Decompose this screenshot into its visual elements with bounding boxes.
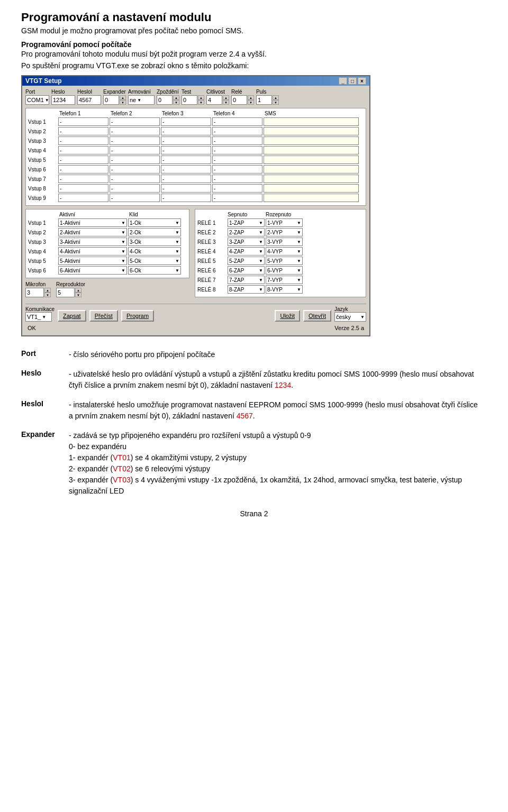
puls-down[interactable]: ▼ — [273, 100, 279, 105]
phone-t4-input[interactable] — [212, 117, 262, 126]
rele-roz-combo[interactable]: 8-VYP ▼ — [266, 285, 303, 294]
rele-up[interactable]: ▲ — [248, 95, 254, 100]
puls-up[interactable]: ▲ — [273, 95, 279, 100]
phone-sms-input[interactable] — [264, 146, 359, 154]
rele-sep-combo[interactable]: 7-ZAP ▼ — [228, 276, 265, 284]
phone-sms-input[interactable] — [264, 194, 359, 202]
status-aktivni-combo[interactable]: 4-Aktivní ▼ — [58, 247, 127, 256]
phone-t2-input[interactable] — [110, 146, 160, 154]
rele-input[interactable] — [231, 95, 247, 105]
phone-t3-input[interactable] — [161, 175, 211, 183]
expander-input[interactable] — [103, 95, 119, 105]
mikrofon-up[interactable]: ▲ — [44, 288, 51, 293]
mikrofon-input[interactable] — [25, 288, 44, 297]
rele-roz-combo[interactable]: 7-VYP ▼ — [266, 276, 303, 284]
komunikace-combo[interactable]: VT1_ ▼ — [25, 312, 52, 322]
heslo-input[interactable] — [51, 95, 75, 105]
minimize-button[interactable]: _ — [339, 77, 347, 85]
rele-roz-combo[interactable]: 2-VYP ▼ — [266, 228, 303, 236]
mikrofon-down[interactable]: ▼ — [44, 293, 51, 297]
reproduktor-up[interactable]: ▲ — [75, 288, 81, 293]
zpozdeni-down[interactable]: ▼ — [173, 100, 179, 105]
port-combo[interactable]: COM1 ▼ — [25, 95, 49, 105]
rele-sep-combo[interactable]: 5-ZAP ▼ — [228, 257, 265, 265]
program-button[interactable]: Program — [121, 310, 154, 322]
phone-t3-input[interactable] — [161, 146, 211, 154]
status-aktivni-combo[interactable]: 3-Aktivní ▼ — [58, 238, 127, 246]
expander-down[interactable]: ▼ — [120, 100, 126, 105]
test-up[interactable]: ▲ — [198, 95, 204, 100]
phone-t3-input[interactable] — [161, 117, 211, 126]
phone-sms-input[interactable] — [264, 136, 359, 145]
rele-roz-combo[interactable]: 5-VYP ▼ — [266, 257, 303, 265]
phone-t2-input[interactable] — [110, 165, 160, 174]
phone-t4-input[interactable] — [212, 165, 262, 174]
rele-sep-combo[interactable]: 8-ZAP ▼ — [228, 285, 265, 294]
phone-sms-input[interactable] — [264, 184, 359, 193]
phone-t2-input[interactable] — [110, 184, 160, 193]
phone-t1-input[interactable] — [58, 136, 108, 145]
status-klid-combo[interactable]: 2-Ok ▼ — [128, 228, 181, 236]
phone-t2-input[interactable] — [110, 156, 160, 164]
rele-sep-combo[interactable]: 3-ZAP ▼ — [228, 238, 265, 246]
phone-t1-input[interactable] — [58, 146, 108, 154]
phone-sms-input[interactable] — [264, 175, 359, 183]
citlivost-down[interactable]: ▼ — [223, 100, 229, 105]
status-aktivni-combo[interactable]: 5-Aktivní ▼ — [58, 257, 127, 265]
phone-t1-input[interactable] — [58, 127, 108, 135]
citlivost-input[interactable] — [206, 95, 222, 105]
rele-roz-combo[interactable]: 1-VYP ▼ — [266, 218, 303, 227]
status-klid-combo[interactable]: 4-Ok ▼ — [128, 247, 181, 256]
phone-t3-input[interactable] — [161, 127, 211, 135]
phone-t4-input[interactable] — [212, 175, 262, 183]
close-button[interactable]: × — [358, 77, 366, 85]
phone-t1-input[interactable] — [58, 175, 108, 183]
otevrit-button[interactable]: Otevřít — [303, 310, 331, 322]
phone-t4-input[interactable] — [212, 184, 262, 193]
test-down[interactable]: ▼ — [198, 100, 204, 105]
ulozit-button[interactable]: Uložit — [275, 310, 300, 322]
rele-sep-combo[interactable]: 2-ZAP ▼ — [228, 228, 265, 236]
phone-t1-input[interactable] — [58, 194, 108, 202]
armovani-combo[interactable]: ne ▼ — [128, 95, 155, 105]
phone-t1-input[interactable] — [58, 165, 108, 174]
reproduktor-input[interactable] — [56, 288, 75, 297]
rele-sep-combo[interactable]: 6-ZAP ▼ — [228, 266, 265, 275]
status-klid-combo[interactable]: 6-Ok ▼ — [128, 266, 181, 275]
rele-sep-combo[interactable]: 1-ZAP ▼ — [228, 218, 265, 227]
phone-t3-input[interactable] — [161, 136, 211, 145]
reproduktor-down[interactable]: ▼ — [75, 293, 81, 297]
status-klid-combo[interactable]: 3-Ok ▼ — [128, 238, 181, 246]
rele-roz-combo[interactable]: 3-VYP ▼ — [266, 238, 303, 246]
phone-t4-input[interactable] — [212, 136, 262, 145]
test-input[interactable] — [182, 95, 197, 105]
phone-t3-input[interactable] — [161, 165, 211, 174]
phone-t1-input[interactable] — [58, 184, 108, 193]
phone-t3-input[interactable] — [161, 156, 211, 164]
zpozdeni-input[interactable] — [157, 95, 173, 105]
phone-sms-input[interactable] — [264, 165, 359, 174]
rele-down[interactable]: ▼ — [248, 100, 254, 105]
phone-t2-input[interactable] — [110, 127, 160, 135]
expander-up[interactable]: ▲ — [120, 95, 126, 100]
phone-t2-input[interactable] — [110, 194, 160, 202]
rele-roz-combo[interactable]: 4-VYP ▼ — [266, 247, 303, 256]
citlivost-up[interactable]: ▲ — [223, 95, 229, 100]
phone-t4-input[interactable] — [212, 194, 262, 202]
status-aktivni-combo[interactable]: 2-Aktivní ▼ — [58, 228, 127, 236]
puls-input[interactable] — [256, 95, 272, 105]
phone-t3-input[interactable] — [161, 184, 211, 193]
rele-roz-combo[interactable]: 6-VYP ▼ — [266, 266, 303, 275]
jazyk-combo[interactable]: česky ▼ — [334, 312, 366, 322]
phone-sms-input[interactable] — [264, 156, 359, 164]
phone-t2-input[interactable] — [110, 117, 160, 126]
phone-t1-input[interactable] — [58, 156, 108, 164]
phone-t3-input[interactable] — [161, 194, 211, 202]
phone-t1-input[interactable] — [58, 117, 108, 126]
status-klid-combo[interactable]: 1-Ok ▼ — [128, 218, 181, 227]
zapsat-button[interactable]: Zapsat — [58, 310, 86, 322]
precist-button[interactable]: Přečíst — [89, 310, 118, 322]
phone-t2-input[interactable] — [110, 136, 160, 145]
phone-t2-input[interactable] — [110, 175, 160, 183]
phone-sms-input[interactable] — [264, 127, 359, 135]
